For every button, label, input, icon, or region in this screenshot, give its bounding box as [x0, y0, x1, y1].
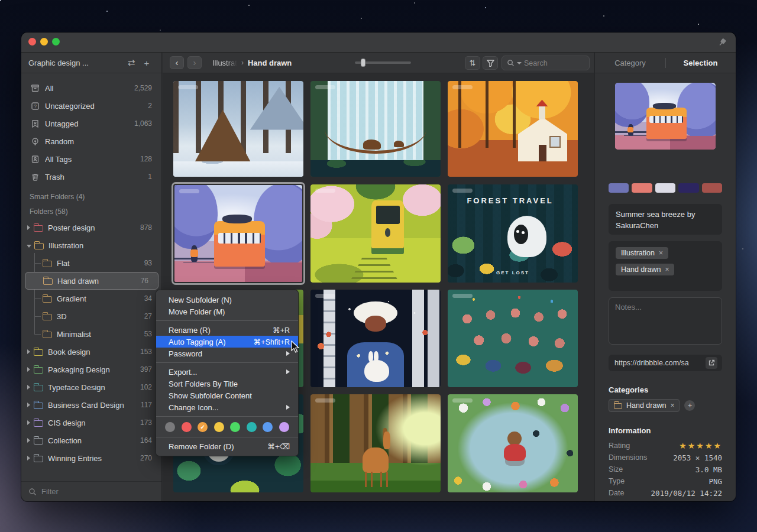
thumbnail-pond-girl[interactable] — [448, 394, 578, 492]
menu-item-sort-folders[interactable]: Sort Folders By Title — [156, 378, 298, 390]
disclosure-triangle-icon[interactable] — [27, 385, 30, 390]
disclosure-triangle-icon[interactable] — [27, 420, 30, 425]
thumbnail-bus-selected[interactable] — [172, 182, 305, 285]
breadcrumb-current[interactable]: Hand drawn — [248, 59, 292, 67]
pin-window-icon[interactable] — [717, 37, 727, 48]
folder-typeface-design[interactable]: Typeface Design 102 — [21, 378, 161, 396]
menu-item-show-subfolder-content[interactable]: Show Subfolder Content — [156, 390, 298, 401]
sidebar-item-untagged[interactable]: Untagged 1,063 — [21, 115, 161, 132]
folder-collection[interactable]: Collection 164 — [21, 432, 161, 449]
breadcrumb-parent[interactable]: Illustrat — [212, 59, 237, 67]
folder-flat[interactable]: Flat 93 — [21, 254, 161, 272]
menu-item-new-subfolder[interactable]: New Subfolder (N) — [156, 294, 298, 306]
color-swatch-gray[interactable] — [165, 422, 175, 432]
thumbnail-size-slider[interactable] — [355, 61, 411, 64]
filter-input[interactable] — [41, 487, 154, 496]
disclosure-triangle-icon[interactable] — [27, 225, 30, 230]
folder-gradient[interactable]: Gradient 34 — [21, 290, 161, 307]
color-swatch-teal[interactable] — [247, 422, 257, 432]
color-swatch-green[interactable] — [230, 422, 240, 432]
sort-button[interactable]: ⇅ — [465, 56, 480, 70]
search-input[interactable] — [524, 59, 577, 67]
zoom-window-button[interactable] — [52, 38, 60, 46]
add-folder-icon[interactable]: + — [139, 58, 154, 68]
remove-category-icon[interactable]: × — [670, 401, 674, 410]
color-swatch-purple[interactable] — [279, 422, 289, 432]
menu-item-auto-tagging[interactable]: Auto Tagging (A)⌘+Shfit+R — [156, 336, 298, 348]
palette-swatch[interactable] — [632, 183, 652, 193]
slider-thumb[interactable] — [361, 59, 365, 67]
menu-item-export[interactable]: Export... — [156, 366, 298, 378]
disclosure-triangle-icon[interactable] — [27, 456, 30, 460]
remove-tag-icon[interactable]: × — [665, 265, 669, 274]
folder-business-card-design[interactable]: Business Card Design 117 — [21, 396, 161, 414]
sidebar-item-uncategorized[interactable]: ? Uncategorized 2 — [21, 97, 161, 115]
menu-item-remove-folder[interactable]: Remove Folder (D)⌘+⌫ — [156, 440, 298, 452]
disclosure-triangle-icon[interactable] — [27, 438, 30, 443]
menu-item-change-icon[interactable]: Change Icon... — [156, 401, 298, 413]
back-button[interactable]: ‹ — [170, 56, 184, 69]
folder-book-design[interactable]: Book design 153 — [21, 343, 161, 361]
disclosure-triangle-icon[interactable] — [27, 367, 30, 372]
disclosure-triangle-icon[interactable] — [27, 245, 31, 248]
thumbnail-winter-girl[interactable] — [310, 290, 441, 387]
palette-swatch[interactable] — [678, 183, 698, 193]
folder-minimalist[interactable]: Minimalist 53 — [21, 325, 161, 343]
tab-category[interactable]: Category — [595, 59, 665, 67]
folder-packaging-design[interactable]: Packaging Design 397 — [21, 361, 161, 378]
folders-section[interactable]: Folders (58) — [21, 204, 161, 219]
sort-sidebar-icon[interactable]: ⇄ — [124, 57, 139, 68]
color-swatch-orange-selected[interactable] — [198, 422, 208, 432]
menu-item-rename[interactable]: Rename (R)⌘+R — [156, 324, 298, 336]
thumbnail-waterfall-bears[interactable] — [310, 81, 441, 177]
thumbnail-autumn-house[interactable] — [448, 81, 578, 177]
thumbnail-cabin-snow[interactable] — [173, 81, 303, 177]
category-chip[interactable]: Hand drawn × — [609, 399, 680, 412]
remove-tag-icon[interactable]: × — [659, 249, 663, 257]
sidebar-item-trash[interactable]: Trash 1 — [21, 168, 161, 186]
tab-selection[interactable]: Selection — [665, 59, 736, 67]
close-window-button[interactable] — [28, 38, 36, 46]
sidebar-item-random[interactable]: Random — [21, 132, 161, 150]
disclosure-triangle-icon[interactable] — [27, 349, 30, 354]
folder-poster-design[interactable]: Poster design 878 — [21, 219, 161, 236]
sidebar-item-all-tags[interactable]: All Tags 128 — [21, 150, 161, 168]
thumbnail-deer-forest[interactable] — [310, 394, 441, 492]
forward-button[interactable]: › — [187, 56, 202, 69]
color-swatch-yellow[interactable] — [214, 422, 224, 432]
sidebar-item-all[interactable]: All 2,529 — [21, 79, 161, 97]
library-title[interactable]: Graphic design ... — [28, 59, 124, 67]
color-swatch-blue[interactable] — [263, 422, 273, 432]
add-category-button[interactable]: + — [684, 400, 695, 411]
smart-folders-section[interactable]: Smart Folders (4) — [21, 189, 161, 204]
color-swatch-red[interactable] — [182, 422, 192, 432]
tag-chip[interactable]: Illustration× — [616, 247, 668, 259]
rating-stars[interactable]: ★★★★★ — [679, 441, 722, 450]
url-input[interactable] — [614, 359, 706, 367]
tag-chip[interactable]: Hand drawn× — [616, 264, 674, 275]
chevron-down-icon[interactable] — [517, 62, 522, 64]
palette-swatch[interactable] — [609, 183, 629, 193]
selected-image-preview[interactable] — [615, 83, 716, 150]
url-field[interactable] — [609, 355, 722, 371]
palette-swatch[interactable] — [655, 183, 675, 193]
open-link-button[interactable] — [706, 357, 717, 369]
tags-box[interactable]: Illustration× Hand drawn× — [609, 241, 722, 291]
folder-illustration[interactable]: Illustration — [21, 236, 161, 254]
menu-item-password[interactable]: Password — [156, 348, 298, 359]
folder-cis-design[interactable]: CIS design 173 — [21, 414, 161, 432]
folder-3d[interactable]: 3D 27 — [21, 307, 161, 325]
folder-hand-drawn-selected[interactable]: Hand drawn 76 — [25, 272, 158, 290]
filter-button[interactable] — [483, 56, 498, 70]
folder-winning-entries[interactable]: Winning Entries 270 — [21, 449, 161, 467]
thumbnail-forest-travel-poster[interactable]: FOREST TRAVEL GET LOST — [448, 184, 578, 283]
palette-swatch[interactable] — [702, 183, 722, 193]
menu-item-move-folder[interactable]: Move Folder (M) — [156, 306, 298, 317]
notes-textarea[interactable] — [609, 297, 722, 345]
minimize-window-button[interactable] — [40, 38, 48, 46]
disclosure-triangle-icon[interactable] — [27, 403, 30, 407]
thumbnail-train-blossom[interactable] — [310, 184, 441, 283]
image-title-field[interactable]: Summer sea breeze by SakuraChen — [609, 204, 722, 235]
search-box[interactable] — [502, 56, 590, 70]
thumbnail-crowd[interactable] — [448, 290, 578, 387]
